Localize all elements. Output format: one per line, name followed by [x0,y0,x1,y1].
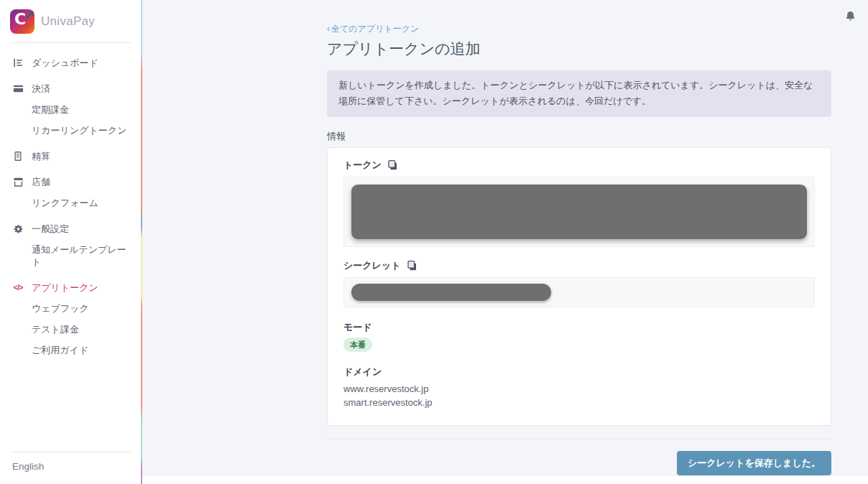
sidebar-item-payments[interactable]: 決済 [0,80,141,97]
sidebar-item-link-form[interactable]: リンクフォーム [0,195,141,211]
univapay-logo-icon: C ↗ [10,9,34,34]
token-created-alert: 新しいトークンを作成しました。トークンとシークレットが以下に表示されています。シ… [327,70,831,118]
domain-label: ドメイン [343,366,815,378]
sidebar-item-label: テスト課金 [32,323,79,335]
code-icon: </> [12,282,24,294]
token-info-card: トークン シークレット モード 本番 [327,147,831,426]
brand[interactable]: C ↗ UnivaPay [0,7,141,36]
sidebar-item-label: ウェブフック [32,302,89,315]
copy-token-icon[interactable] [388,160,397,170]
secret-value-redacted [351,284,551,301]
page-content: ‹ 全てのアプリトークン アプリトークンの追加 新しいトークンを作成しました。ト… [327,0,831,475]
sidebar: C ↗ UnivaPay ダッシュボード決済定期課金リカーリングトークン精算店舗… [0,0,141,484]
sidebar-menu: ダッシュボード決済定期課金リカーリングトークン精算店舗リンクフォーム一般設定通知… [0,46,141,452]
token-label-row: トークン [343,159,815,171]
notification-bell-icon[interactable] [843,9,857,24]
brand-name: UnivaPay [41,14,95,29]
sidebar-item-label: リンクフォーム [32,197,98,209]
info-section-label: 情報 [327,130,831,143]
sidebar-item-label: リカーリングトークン [32,124,126,136]
sidebar-item-test-charge[interactable]: テスト課金 [0,321,141,338]
sidebar-item-label: 定期課金 [32,103,69,116]
arrow-up-right-icon: ↗ [23,9,34,22]
sidebar-item-recurring-tokens[interactable]: リカーリングトークン [0,122,141,139]
footer-divider [327,439,831,439]
sidebar-item-label: 一般設定 [32,223,69,235]
secret-saved-button[interactable]: シークレットを保存しました。 [677,451,831,475]
sidebar-item-label: 通知メールテンプレート [32,243,129,268]
sidebar-item-label: ご利用ガイド [32,344,88,356]
secret-display-box [343,277,815,307]
sidebar-item-dashboard[interactable]: ダッシュボード [0,55,141,71]
sidebar-item-user-guide[interactable]: ご利用ガイド [0,342,141,358]
secret-label-row: シークレット [343,260,815,271]
language-selector[interactable]: English [12,461,44,472]
copy-secret-icon[interactable] [407,261,417,271]
sidebar-item-label: 精算 [32,150,50,162]
token-display-box [343,177,815,247]
domain-list: www.reservestock.jp smart.reservestock.j… [343,382,815,409]
sidebar-item-label: ダッシュボード [32,57,98,69]
sidebar-item-label: アプリトークン [32,281,98,294]
main-area: ‹ 全てのアプリトークン アプリトークンの追加 新しいトークンを作成しました。ト… [142,0,868,484]
ledger-icon [12,151,24,162]
dashboard-icon [12,57,24,69]
sidebar-divider [10,42,131,43]
sidebar-item-app-tokens[interactable]: </>アプリトークン [0,279,141,296]
token-label: トークン [343,159,382,172]
store-icon [12,177,24,188]
token-value-redacted [351,185,807,239]
sidebar-item-general-settings[interactable]: 一般設定 [0,220,141,237]
page-title: アプリトークンの追加 [327,39,831,59]
sidebar-item-label: 店舗 [32,176,50,188]
domain-item: smart.reservestock.jp [343,396,815,409]
sidebar-item-label: 決済 [32,83,50,95]
bottom-strip [142,476,868,484]
domain-item: www.reservestock.jp [343,382,815,396]
mode-label: モード [343,322,815,333]
card-icon [12,83,24,95]
breadcrumb-all-app-tokens[interactable]: ‹ 全てのアプリトークン [327,23,419,35]
sidebar-item-settlement[interactable]: 精算 [0,148,141,164]
back-chevron-icon: ‹ [327,24,330,34]
breadcrumb-label: 全てのアプリトークン [331,23,419,35]
secret-label: シークレット [343,259,401,272]
language-section: English [10,452,131,484]
footer-actions: シークレットを保存しました。 [327,451,831,475]
sidebar-item-webhook[interactable]: ウェブフック [0,300,141,317]
sidebar-item-store[interactable]: 店舗 [0,174,141,190]
mode-production-badge: 本番 [343,338,372,352]
sidebar-item-notification-email-template[interactable]: 通知メールテンプレート [0,241,141,270]
sidebar-item-subscriptions[interactable]: 定期課金 [0,101,141,118]
gear-icon [12,223,24,235]
